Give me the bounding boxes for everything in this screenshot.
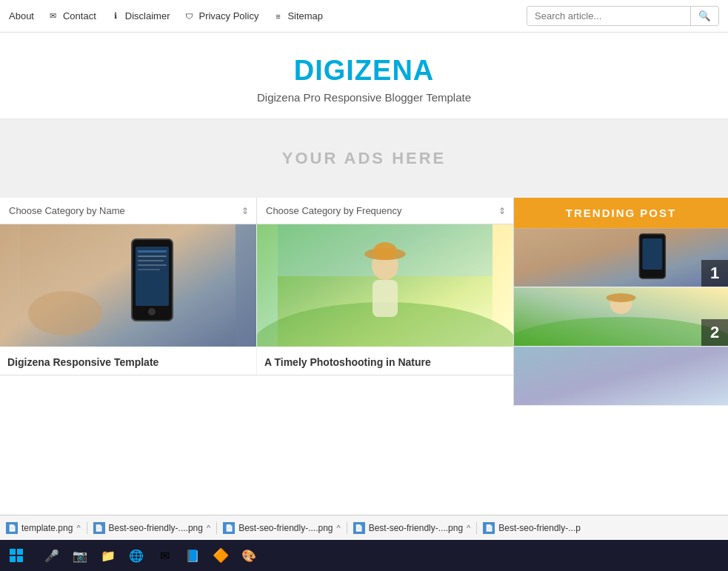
trending-num-1: 1 — [701, 260, 728, 287]
posts-grid: Digizena Responsive Template — [0, 224, 513, 375]
ad-text: YOUR ADS HERE — [282, 149, 447, 167]
post-image-svg-2 — [257, 224, 513, 347]
post-card-1[interactable]: Digizena Responsive Template — [0, 224, 257, 375]
posts-area: Choose Category by Name ⇕ Choose Categor… — [0, 198, 513, 375]
svg-rect-7 — [138, 264, 167, 266]
search-input[interactable] — [527, 7, 690, 25]
sidebar: TRENDING POST 1 — [513, 198, 728, 406]
svg-rect-5 — [138, 256, 167, 257]
post-card-2[interactable]: A Timely Photoshooting in Nature — [257, 224, 513, 375]
site-tagline: Digizena Pro Responsive Blogger Template — [7, 91, 721, 104]
nav-sitemap-label: Sitemap — [287, 10, 323, 21]
site-title: DIGIZENA — [7, 55, 721, 87]
nav-privacy-label: Privacy Policy — [198, 10, 258, 21]
svg-rect-24 — [514, 347, 728, 406]
svg-point-3 — [148, 308, 156, 315]
nav-about[interactable]: About — [9, 10, 34, 21]
svg-rect-8 — [138, 269, 160, 270]
category-by-name-inner: Choose Category by Name ⇕ — [0, 198, 256, 224]
category-by-freq-wrap: Choose Category by Frequency ⇕ — [257, 198, 513, 224]
category-row: Choose Category by Name ⇕ Choose Categor… — [0, 198, 513, 224]
nav-disclaimer[interactable]: ℹ Disclaimer — [110, 10, 170, 22]
category-by-freq-select[interactable]: Choose Category by Frequency — [257, 198, 513, 224]
nav-disclaimer-label: Disclaimer — [125, 10, 170, 21]
trending-item-2[interactable]: 2 — [514, 287, 728, 347]
site-header: DIGIZENA Digizena Pro Responsive Blogger… — [0, 33, 728, 119]
trending-header: TRENDING POST — [514, 198, 728, 228]
ad-banner: YOUR ADS HERE — [0, 119, 728, 198]
info-icon: ℹ — [110, 10, 121, 22]
svg-point-16 — [373, 242, 397, 260]
svg-point-23 — [607, 293, 636, 302]
svg-rect-17 — [514, 228, 728, 287]
search-icon: 🔍 — [698, 10, 711, 21]
category-by-freq-inner: Choose Category by Frequency ⇕ — [257, 198, 513, 224]
trending-num-2: 2 — [701, 319, 728, 346]
nav-about-label: About — [9, 10, 34, 21]
nav-contact-label: Contact — [63, 10, 96, 21]
search-bar: 🔍 — [527, 6, 719, 26]
svg-rect-6 — [138, 260, 164, 261]
svg-rect-19 — [642, 238, 662, 270]
trending-img-1 — [514, 228, 728, 287]
category-by-name-select[interactable]: Choose Category by Name — [0, 198, 256, 224]
svg-point-9 — [28, 291, 102, 335]
trending-item-1[interactable]: 1 — [514, 228, 728, 287]
category-by-name-wrap: Choose Category by Name ⇕ — [0, 198, 257, 224]
nav-sitemap[interactable]: ≡ Sitemap — [272, 10, 323, 22]
post-image-1 — [0, 224, 256, 347]
envelope-icon: ✉ — [47, 10, 59, 22]
top-nav: About ✉ Contact ℹ Disclaimer 🛡 Privacy P… — [0, 0, 728, 33]
nav-privacy[interactable]: 🛡 Privacy Policy — [183, 10, 258, 22]
main-content: Choose Category by Name ⇕ Choose Categor… — [0, 198, 728, 406]
post-title-area-2: A Timely Photoshooting in Nature — [257, 347, 513, 375]
trending-img-2 — [514, 287, 728, 347]
search-button[interactable]: 🔍 — [690, 7, 718, 25]
post-title-area-1: Digizena Responsive Template — [0, 347, 256, 375]
post-title-1: Digizena Responsive Template — [7, 355, 249, 369]
svg-rect-4 — [138, 250, 167, 253]
post-image-svg-1 — [0, 224, 256, 347]
list-icon: ≡ — [272, 10, 284, 22]
trending-img-3 — [514, 347, 728, 406]
nav-contact[interactable]: ✉ Contact — [47, 10, 96, 22]
trending-item-3[interactable] — [514, 347, 728, 406]
post-image-2 — [257, 224, 513, 347]
shield-icon: 🛡 — [183, 10, 195, 22]
svg-rect-14 — [373, 280, 398, 317]
post-title-2: A Timely Photoshooting in Nature — [264, 355, 506, 369]
